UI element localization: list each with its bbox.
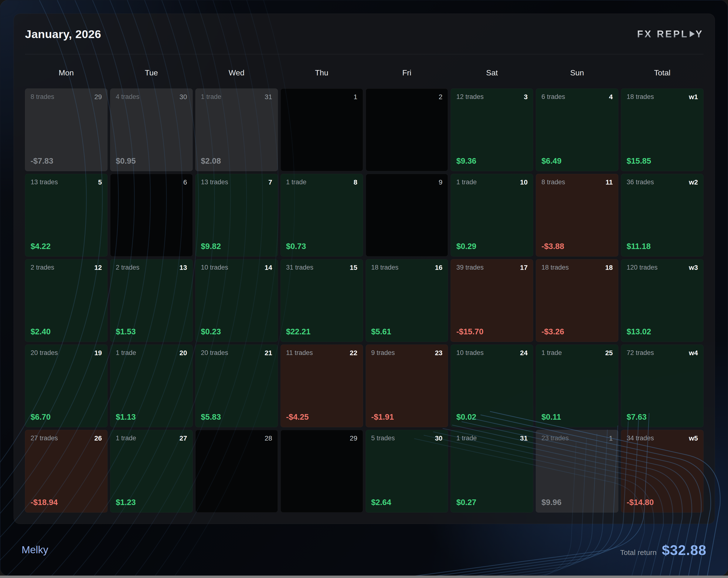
day-cell-24[interactable]: 10 trades24$0.02 [451, 345, 533, 427]
cell-pnl: -$1.91 [371, 412, 443, 422]
cell-trades-count: 13 trades [31, 178, 58, 186]
day-cell-11[interactable]: 8 trades11-$3.88 [536, 174, 618, 256]
day-cell-23[interactable]: 9 trades23-$1.91 [366, 345, 448, 427]
day-cell-17[interactable]: 39 trades17-$15.70 [451, 259, 533, 342]
page-title: January, 2026 [25, 27, 101, 41]
cell-trades-count: 12 trades [456, 93, 484, 101]
day-cell-20[interactable]: 1 trade20$1.13 [110, 345, 193, 427]
weekday-header-mon: Mon [25, 68, 107, 77]
day-cell-14[interactable]: 10 trades14$0.23 [196, 259, 278, 342]
cell-day-number: 11 [606, 178, 613, 186]
day-cell-18[interactable]: 18 trades18-$3.26 [536, 259, 618, 342]
day-cell-6: 6 [110, 174, 193, 256]
day-cell-7[interactable]: 13 trades7$9.82 [196, 174, 278, 256]
day-cell-19[interactable]: 20 trades19$6.70 [25, 345, 107, 427]
week-label: w5 [689, 435, 698, 442]
cell-pnl: $2.64 [371, 498, 443, 507]
brand-logo: FX REPL Y [637, 29, 704, 39]
cell-day-number: 16 [435, 264, 442, 272]
cell-day-number: 8 [354, 178, 358, 186]
week-total-cell-w1[interactable]: 18 tradesw1$15.85 [621, 88, 703, 171]
cell-trades-count: 23 trades [541, 435, 569, 442]
cell-pnl: $13.02 [627, 327, 698, 336]
cell-day-number: 31 [520, 435, 527, 442]
cell-trades-count: 1 trade [201, 93, 221, 101]
cell-trades-count: 20 trades [31, 349, 58, 357]
calendar-card: January, 2026 FX REPL Y MonTueWedThuFriS… [14, 13, 715, 524]
day-cell-29[interactable]: 8 trades29-$7.83 [25, 88, 107, 171]
weekday-header-total: Total [621, 68, 703, 77]
week-total-cell-w2[interactable]: 36 tradesw2$11.18 [621, 174, 703, 256]
cell-trades-count: 4 trades [116, 93, 139, 101]
cell-pnl: $9.96 [541, 498, 613, 507]
weekday-header-sun: Sun [536, 68, 618, 77]
day-cell-16[interactable]: 18 trades16$5.61 [366, 259, 448, 342]
cell-day-number: 21 [264, 349, 272, 357]
week-total-cell-w5[interactable]: 34 tradesw5-$14.80 [621, 430, 703, 513]
cell-pnl: $2.40 [31, 327, 102, 336]
cell-pnl: $4.22 [31, 242, 102, 251]
cell-trades-count: 13 trades [201, 178, 228, 186]
cell-day-number: 13 [180, 264, 187, 272]
day-cell-31[interactable]: 1 trade31$2.08 [196, 88, 278, 171]
day-cell-25[interactable]: 1 trade25$0.11 [536, 345, 618, 427]
weekday-header-fri: Fri [366, 68, 448, 77]
day-cell-30[interactable]: 4 trades30$0.95 [110, 88, 193, 171]
cell-day-number: 28 [264, 435, 272, 442]
weekday-header-sat: Sat [451, 68, 533, 77]
cell-day-number: 23 [435, 349, 442, 357]
window-bottom-edge [0, 576, 728, 578]
weekday-header-wed: Wed [196, 68, 278, 77]
day-cell-8[interactable]: 1 trade8$0.73 [281, 174, 363, 256]
cell-pnl: $0.02 [456, 412, 527, 422]
cell-pnl: -$7.83 [31, 156, 102, 166]
play-icon [690, 31, 695, 37]
cell-day-number: 1 [609, 435, 613, 442]
cell-pnl: $6.70 [31, 412, 102, 422]
cell-pnl: $1.23 [116, 498, 187, 507]
day-cell-30[interactable]: 5 trades30$2.64 [366, 430, 448, 513]
day-cell-27[interactable]: 1 trade27$1.23 [110, 430, 193, 513]
cell-day-number: 9 [439, 178, 443, 186]
day-cell-26[interactable]: 27 trades26-$18.94 [25, 430, 107, 513]
cell-pnl: $9.82 [201, 242, 272, 251]
day-cell-21[interactable]: 20 trades21$5.83 [196, 345, 278, 427]
weekday-header-thu: Thu [281, 68, 363, 77]
day-cell-22[interactable]: 11 trades22-$4.25 [281, 345, 363, 427]
cell-day-number: 27 [180, 435, 187, 442]
cell-pnl: $2.08 [201, 156, 272, 166]
day-cell-3[interactable]: 12 trades3$9.36 [451, 88, 533, 171]
cell-trades-count: 5 trades [371, 435, 395, 442]
day-cell-31[interactable]: 1 trade31$0.27 [451, 430, 533, 513]
cell-trades-count: 1 trade [456, 435, 476, 442]
day-cell-13[interactable]: 2 trades13$1.53 [110, 259, 193, 342]
cell-pnl: $5.83 [201, 412, 272, 422]
cell-pnl: $1.13 [116, 412, 187, 422]
cell-pnl: $7.63 [627, 412, 698, 422]
cell-trades-count: 31 trades [286, 264, 314, 271]
cell-day-number: 15 [350, 264, 357, 272]
cell-day-number: 22 [350, 349, 357, 357]
footer: Melky Total return $32.88 [22, 527, 706, 573]
cell-trades-count: 11 trades [286, 349, 313, 357]
day-cell-5[interactable]: 13 trades5$4.22 [25, 174, 107, 256]
day-cell-1[interactable]: 23 trades1$9.96 [536, 430, 618, 513]
cell-trades-count: 1 trade [116, 435, 136, 442]
cell-day-number: 30 [180, 93, 187, 101]
day-cell-12[interactable]: 2 trades12$2.40 [25, 259, 107, 342]
cell-trades-count: 27 trades [31, 435, 58, 442]
day-cell-15[interactable]: 31 trades15$22.21 [281, 259, 363, 342]
cell-trades-count: 39 trades [456, 264, 484, 271]
cell-trades-count: 120 trades [627, 264, 658, 271]
day-cell-4[interactable]: 6 trades4$6.49 [536, 88, 618, 171]
cell-trades-count: 18 trades [371, 264, 399, 271]
week-total-cell-w3[interactable]: 120 tradesw3$13.02 [621, 259, 703, 342]
cell-trades-count: 8 trades [541, 178, 565, 186]
cell-trades-count: 1 trade [116, 349, 136, 357]
brand-logo-fx: FX [637, 29, 652, 39]
week-label: w4 [689, 349, 698, 357]
day-cell-10[interactable]: 1 trade10$0.29 [451, 174, 533, 256]
cell-pnl [201, 498, 272, 507]
cell-day-number: 2 [439, 93, 443, 101]
week-total-cell-w4[interactable]: 72 tradesw4$7.63 [621, 345, 703, 427]
